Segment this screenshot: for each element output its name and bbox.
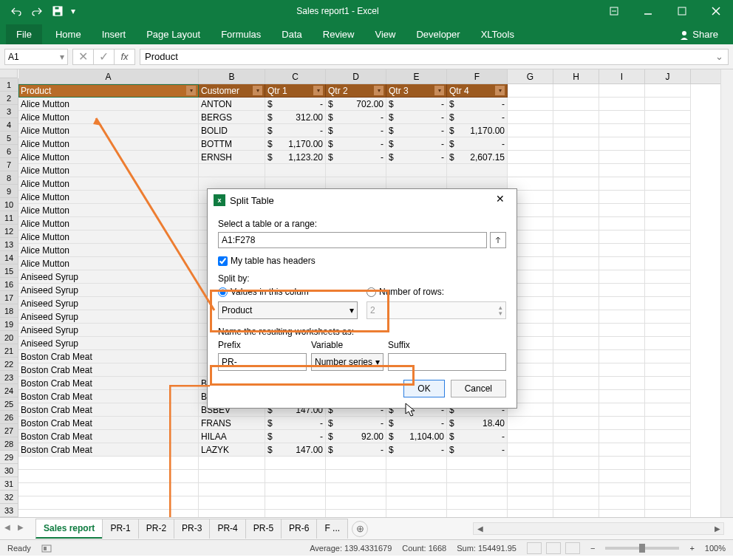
column-header-B[interactable]: B (199, 69, 265, 83)
cell[interactable] (645, 84, 691, 98)
column-header-D[interactable]: D (326, 69, 386, 83)
cell[interactable] (645, 137, 691, 151)
cell[interactable] (326, 164, 386, 177)
cell[interactable] (599, 390, 645, 403)
column-header-J[interactable]: J (645, 69, 691, 83)
cell[interactable] (599, 284, 645, 297)
select-all-corner[interactable] (0, 69, 18, 78)
save-button[interactable] (47, 1, 68, 21)
cell[interactable] (553, 443, 599, 457)
cell[interactable] (18, 470, 199, 483)
cell[interactable]: Alice Mutton (18, 231, 199, 244)
cell[interactable]: Alice Mutton (18, 191, 199, 204)
suffix-input[interactable] (388, 353, 506, 371)
cell[interactable] (265, 496, 326, 510)
expand-formula-bar[interactable]: ⌄ (715, 51, 723, 62)
column-header-A[interactable]: A (18, 69, 199, 83)
row-header-28[interactable]: 28 (0, 437, 18, 451)
column-header-H[interactable]: H (553, 69, 599, 83)
cell[interactable] (553, 510, 599, 517)
cell[interactable] (265, 457, 326, 470)
cell[interactable] (645, 324, 691, 337)
cell[interactable]: $147.00 (265, 443, 326, 457)
cell[interactable] (599, 204, 645, 217)
cell[interactable] (645, 337, 691, 350)
rows-radio[interactable]: Number of rows: (366, 287, 506, 297)
cell[interactable]: Aniseed Syrup (18, 310, 199, 324)
cell[interactable] (645, 204, 691, 217)
cell[interactable]: $- (386, 417, 447, 430)
cell[interactable] (599, 177, 645, 191)
cell[interactable]: $- (265, 430, 326, 443)
cell[interactable] (447, 164, 508, 177)
row-header-16[interactable]: 16 (0, 278, 18, 291)
cell[interactable] (553, 257, 599, 270)
cell[interactable] (199, 470, 265, 483)
cell[interactable] (645, 363, 691, 377)
cell[interactable] (599, 363, 645, 377)
cell[interactable] (18, 510, 199, 517)
cell[interactable] (553, 124, 599, 137)
cell[interactable]: BOTTM (199, 137, 265, 151)
cell[interactable] (645, 98, 691, 111)
row-header-21[interactable]: 21 (0, 344, 18, 358)
row-header-11[interactable]: 11 (0, 211, 18, 225)
cell[interactable]: Aniseed Syrup (18, 297, 199, 310)
cell[interactable]: ANTON (199, 98, 265, 111)
range-picker-button[interactable] (490, 232, 506, 248)
cell[interactable] (599, 337, 645, 350)
cell[interactable]: Aniseed Syrup (18, 324, 199, 337)
cell[interactable] (553, 337, 599, 350)
cell[interactable]: BERGS (199, 111, 265, 124)
cell[interactable]: $- (386, 443, 447, 457)
cell[interactable]: Boston Crab Meat (18, 430, 199, 443)
row-header-10[interactable]: 10 (0, 198, 18, 211)
cell[interactable] (645, 270, 691, 284)
row-header-3[interactable]: 3 (0, 105, 18, 118)
cancel-button[interactable]: Cancel (451, 380, 506, 397)
cell[interactable] (645, 470, 691, 483)
cell[interactable] (645, 151, 691, 164)
cell[interactable]: Alice Mutton (18, 111, 199, 124)
view-page-layout[interactable] (546, 542, 561, 554)
cell[interactable]: Alice Mutton (18, 204, 199, 217)
cell[interactable] (553, 204, 599, 217)
cell[interactable] (553, 470, 599, 483)
cell[interactable]: Alice Mutton (18, 257, 199, 270)
cell[interactable] (553, 417, 599, 430)
cell[interactable] (553, 217, 599, 231)
cell[interactable]: $- (447, 443, 508, 457)
sheet-tab[interactable]: F ... (316, 519, 348, 539)
cell[interactable] (645, 417, 691, 430)
cell[interactable] (599, 231, 645, 244)
cell[interactable]: Boston Crab Meat (18, 403, 199, 417)
cell[interactable] (645, 231, 691, 244)
cell[interactable] (553, 98, 599, 111)
cell[interactable]: Aniseed Syrup (18, 284, 199, 297)
cell[interactable]: $- (386, 98, 447, 111)
cell[interactable] (599, 137, 645, 151)
cell[interactable] (599, 84, 645, 98)
ok-button[interactable]: OK (403, 380, 444, 397)
cell[interactable]: $92.00 (326, 430, 386, 443)
tab-insert[interactable]: Insert (92, 24, 137, 44)
table-header-cell[interactable]: Customer▾ (199, 84, 265, 98)
cell[interactable] (265, 510, 326, 517)
cell[interactable]: $- (265, 417, 326, 430)
cell[interactable] (599, 270, 645, 284)
column-header-G[interactable]: G (508, 69, 553, 83)
cell[interactable] (599, 310, 645, 324)
add-sheet-button[interactable]: ⊕ (352, 521, 368, 537)
row-header-26[interactable]: 26 (0, 411, 18, 424)
cell[interactable] (599, 111, 645, 124)
cell[interactable] (553, 363, 599, 377)
row-header-2[interactable]: 2 (0, 92, 18, 105)
cell[interactable]: $- (265, 124, 326, 137)
close-button[interactable] (699, 0, 733, 22)
cell[interactable] (553, 284, 599, 297)
cell[interactable] (326, 483, 386, 496)
tab-nav-prev[interactable]: ◀ (4, 523, 16, 535)
cell[interactable]: $1,170.00 (447, 124, 508, 137)
values-radio[interactable]: Values in this colum (218, 287, 358, 297)
cell[interactable] (553, 111, 599, 124)
